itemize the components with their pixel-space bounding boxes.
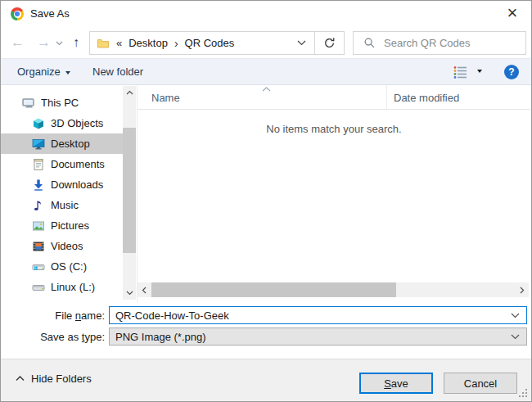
refresh-icon bbox=[323, 37, 336, 49]
sidebar-item-label: Pictures bbox=[51, 219, 89, 232]
save-as-type-select[interactable]: PNG Image (*.png) bbox=[109, 327, 527, 346]
horizontal-scrollbar-thumb[interactable] bbox=[151, 282, 396, 297]
sidebar-item-pictures[interactable]: Pictures bbox=[1, 215, 123, 236]
column-headers: Name Date modified bbox=[138, 85, 530, 110]
sort-ascending-icon bbox=[262, 87, 271, 92]
3d-objects-icon bbox=[32, 117, 45, 130]
scroll-up-icon[interactable] bbox=[123, 86, 136, 99]
hide-folders-label: Hide Folders bbox=[31, 373, 92, 385]
forward-icon[interactable]: → bbox=[37, 27, 51, 58]
scroll-left-icon[interactable] bbox=[138, 282, 151, 297]
sidebar-item-label: Documents bbox=[51, 158, 105, 170]
recent-locations-chevron-icon[interactable] bbox=[56, 41, 63, 46]
new-folder-button[interactable]: New folder bbox=[92, 59, 143, 84]
save-as-dialog: Save As × ← → ↑ « Desktop › QR Codes bbox=[0, 0, 532, 402]
navigation-sidebar: This PC 3D Objects Desktop Documents bbox=[1, 85, 136, 302]
address-dropdown-chevron-icon[interactable] bbox=[297, 40, 306, 46]
organize-button[interactable]: Organize bbox=[17, 59, 70, 84]
sidebar-item-3d-objects[interactable]: 3D Objects bbox=[1, 113, 123, 133]
organize-label: Organize bbox=[17, 59, 61, 84]
sidebar-item-os-c[interactable]: OS (C:) bbox=[1, 256, 123, 277]
sidebar-item-label: Music bbox=[51, 199, 79, 211]
sidebar-item-label: Videos bbox=[51, 240, 83, 252]
folder-icon bbox=[97, 37, 110, 50]
sidebar-item-label: Desktop bbox=[51, 138, 90, 150]
sidebar-item-this-pc[interactable]: This PC bbox=[1, 93, 123, 113]
file-name-dropdown-chevron-icon[interactable] bbox=[511, 313, 520, 318]
breadcrumb-separator-icon: › bbox=[174, 37, 178, 50]
chrome-app-icon bbox=[11, 7, 24, 20]
up-icon[interactable]: ↑ bbox=[73, 27, 79, 58]
sidebar-item-music[interactable]: Music bbox=[1, 195, 123, 215]
search-placeholder: Search QR Codes bbox=[384, 37, 471, 49]
save-button[interactable]: Save bbox=[359, 373, 433, 394]
sidebar-item-label: 3D Objects bbox=[51, 117, 103, 129]
help-icon[interactable]: ? bbox=[504, 65, 519, 79]
sidebar-item-desktop[interactable]: Desktop bbox=[1, 133, 123, 154]
views-chevron-icon[interactable] bbox=[477, 70, 482, 73]
details-view-icon[interactable] bbox=[453, 65, 467, 79]
command-toolbar: Organize New folder ? bbox=[1, 58, 531, 85]
file-name-input[interactable]: QR-Code-How-To-Geek bbox=[109, 306, 527, 324]
save-as-type-chevron-icon bbox=[511, 334, 520, 340]
videos-icon bbox=[32, 240, 45, 253]
cancel-button[interactable]: Cancel bbox=[444, 373, 517, 394]
sidebar-item-label: Downloads bbox=[51, 178, 103, 191]
back-icon[interactable]: ← bbox=[11, 27, 25, 58]
breadcrumb-overflow[interactable]: « bbox=[116, 37, 122, 49]
file-name-label: File name: bbox=[1, 309, 105, 322]
pictures-icon bbox=[32, 219, 45, 233]
downloads-icon bbox=[32, 178, 45, 192]
chevron-up-icon bbox=[16, 376, 25, 382]
file-fields: File name: QR-Code-How-To-Geek Save as t… bbox=[1, 302, 531, 359]
column-header-date-modified[interactable]: Date modified bbox=[386, 85, 530, 109]
breadcrumb-item-desktop[interactable]: Desktop bbox=[128, 37, 168, 49]
sidebar-scrollbar[interactable] bbox=[123, 86, 136, 300]
sidebar-item-label: This PC bbox=[41, 97, 79, 109]
horizontal-scrollbar[interactable] bbox=[138, 282, 529, 297]
sidebar-item-documents[interactable]: Documents bbox=[1, 154, 123, 174]
desktop-icon bbox=[32, 138, 45, 151]
sidebar-item-videos[interactable]: Videos bbox=[1, 236, 123, 256]
content-area: This PC 3D Objects Desktop Documents bbox=[1, 85, 531, 302]
hide-folders-button[interactable]: Hide Folders bbox=[16, 373, 92, 385]
resize-grip[interactable] bbox=[519, 389, 528, 398]
address-bar-group: « Desktop › QR Codes bbox=[89, 31, 345, 55]
documents-icon bbox=[32, 158, 45, 171]
file-name-value: QR-Code-How-To-Geek bbox=[115, 309, 511, 322]
title-bar: Save As × bbox=[1, 1, 531, 27]
scroll-down-icon[interactable] bbox=[123, 287, 136, 300]
footer-bar: Hide Folders Save Cancel bbox=[1, 359, 531, 401]
navigation-bar: ← → ↑ « Desktop › QR Codes bbox=[1, 27, 531, 58]
empty-list-message: No items match your search. bbox=[138, 123, 530, 135]
sidebar-item-linux-l[interactable]: Linux (L:) bbox=[1, 277, 123, 297]
os-drive-icon bbox=[32, 260, 45, 273]
refresh-button[interactable] bbox=[314, 32, 344, 54]
sidebar-item-downloads[interactable]: Downloads bbox=[1, 174, 123, 195]
music-icon bbox=[32, 199, 45, 212]
search-input[interactable]: Search QR Codes bbox=[353, 31, 526, 55]
save-as-type-value: PNG Image (*.png) bbox=[115, 331, 511, 343]
computer-icon bbox=[22, 97, 35, 110]
close-icon[interactable]: × bbox=[502, 1, 523, 27]
sidebar-item-label: Linux (L:) bbox=[51, 281, 95, 293]
sidebar-item-label: OS (C:) bbox=[51, 260, 87, 273]
sidebar-scrollbar-thumb[interactable] bbox=[123, 128, 136, 253]
file-list: Name Date modified No items match your s… bbox=[137, 85, 530, 302]
scroll-right-icon[interactable] bbox=[516, 282, 529, 297]
new-folder-label: New folder bbox=[92, 59, 143, 84]
window-title: Save As bbox=[30, 1, 70, 27]
search-icon bbox=[363, 37, 376, 49]
save-as-type-label: Save as type: bbox=[1, 331, 105, 343]
breadcrumb-item-qr-codes[interactable]: QR Codes bbox=[185, 37, 235, 49]
chevron-down-icon bbox=[65, 71, 70, 75]
address-bar[interactable]: « Desktop › QR Codes bbox=[90, 32, 314, 54]
linux-drive-icon bbox=[32, 281, 45, 294]
